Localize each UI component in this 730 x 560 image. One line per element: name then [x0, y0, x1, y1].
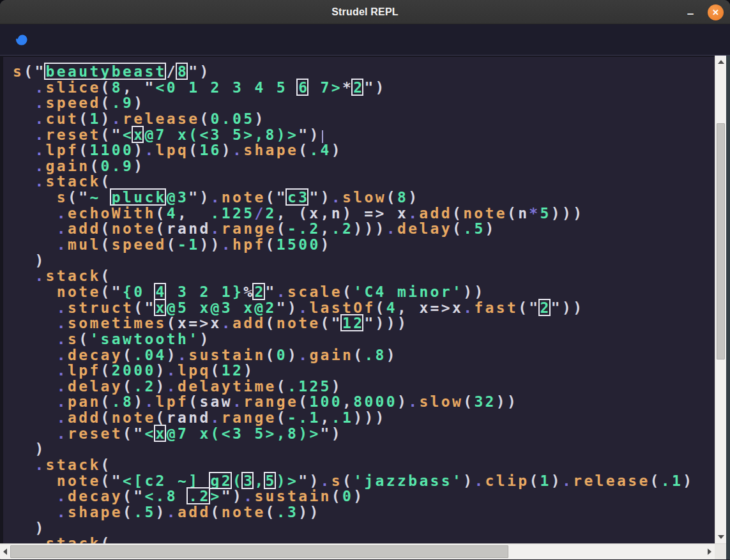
code-token: "))): [364, 315, 408, 331]
code-token: add: [68, 409, 101, 426]
code-token: .: [232, 393, 243, 410]
code-token: sustain: [188, 347, 265, 363]
code-token: (: [101, 393, 112, 410]
code-token: [13, 488, 57, 504]
code-token: (: [199, 110, 210, 127]
code-token: add: [68, 220, 101, 237]
code-token: lpq: [156, 142, 189, 158]
code-token: /: [254, 205, 265, 222]
code-token: add: [178, 504, 211, 520]
code-token: (": [518, 299, 540, 316]
code-token: speed: [112, 236, 167, 253]
code-token: ): [353, 488, 364, 504]
scroll-up-arrow-icon[interactable]: [718, 60, 724, 64]
code-token: (": [321, 315, 342, 331]
scroll-right-arrow-icon[interactable]: [708, 549, 711, 555]
code-token: .8: [364, 347, 386, 363]
code-token: (: [342, 284, 353, 300]
code-token: [13, 205, 57, 222]
code-token: .: [243, 488, 254, 504]
code-token: .: [34, 173, 45, 190]
code-token: )): [463, 284, 485, 300]
code-token: ): [13, 252, 46, 269]
vertical-scrollbar[interactable]: [715, 56, 726, 543]
code-token: stack: [46, 268, 101, 284]
code-token: .: [144, 142, 155, 158]
code-token: (: [331, 488, 342, 504]
minimize-button[interactable]: –: [682, 4, 699, 20]
window-right-frame: [726, 56, 730, 560]
code-token: .: [57, 393, 68, 410]
code-token: (: [101, 79, 112, 96]
active-token-highlight: g2: [211, 473, 232, 489]
code-token: (rand: [156, 220, 211, 237]
code-token: >: [211, 488, 222, 504]
code-token: .: [463, 299, 474, 316]
code-token: ): [101, 110, 112, 127]
code-token: decay: [68, 347, 123, 363]
active-token-highlight: 4: [156, 284, 167, 300]
code-token: .1: [331, 409, 353, 426]
code-token: note: [277, 315, 321, 331]
scroll-left-arrow-icon[interactable]: [3, 549, 7, 555]
code-token: 4: [167, 205, 178, 222]
code-token: "): [188, 63, 210, 80]
code-token: .4: [309, 142, 331, 158]
code-token: (: [452, 205, 463, 222]
vertical-scrollbar-thumb[interactable]: [717, 123, 725, 359]
code-token: (: [266, 315, 277, 331]
code-token: .1: [661, 473, 683, 489]
active-token-highlight: 12: [342, 315, 364, 331]
code-token: "): [222, 488, 243, 504]
code-token: release: [123, 110, 199, 127]
code-token: [13, 220, 57, 237]
code-token: delay: [68, 378, 123, 395]
code-line: note("<[c2 ~] g2(3,5)>").s('jazzbass').c…: [13, 473, 715, 489]
code-token: .: [144, 393, 155, 410]
code-line: .delay(.2).delaytime(.125): [13, 379, 715, 395]
code-token: .: [57, 331, 68, 347]
close-button[interactable]: ✕: [708, 4, 724, 20]
code-token: ): [133, 158, 144, 174]
code-token: .: [57, 362, 68, 379]
code-token: (n: [507, 205, 529, 222]
code-token: .04: [133, 347, 167, 363]
code-token: shape: [243, 142, 298, 158]
horizontal-scrollbar[interactable]: [0, 543, 715, 559]
code-token: note: [57, 473, 101, 489]
code-token: (: [266, 236, 277, 253]
code-token: (": [123, 488, 144, 504]
code-token: .: [211, 220, 222, 237]
code-line: .speed(.9): [13, 95, 715, 111]
code-token: "): [188, 189, 210, 206]
code-token: [13, 457, 34, 473]
code-token: , (x,n) => x: [277, 205, 408, 222]
active-token-highlight: 2: [540, 299, 551, 316]
code-editor[interactable]: s("beautybeast/8") .slice(8, "<0 1 2 3 4…: [0, 56, 715, 543]
code-token: (": [24, 63, 45, 80]
code-token: [13, 535, 34, 543]
code-token: (: [123, 347, 133, 363]
code-line: .decay(.04).sustain(0).gain(.8): [13, 347, 715, 363]
code-token: ): [397, 393, 408, 410]
code-line: s("~ pluck@3").note("c3").slow(8): [13, 190, 715, 206]
code-line: .pan(.8).lpf(saw.range(100,8000).slow(32…: [13, 394, 715, 410]
code-token: (: [101, 535, 112, 543]
code-token: ")): [551, 299, 584, 316]
app-header: [0, 24, 730, 56]
scroll-down-arrow-icon[interactable]: [718, 535, 724, 539]
code-token: <: [144, 425, 155, 442]
code-token: (: [266, 504, 277, 520]
strudel-spiral-logo-icon[interactable]: [13, 31, 31, 49]
code-token: ): [133, 95, 144, 111]
horizontal-scrollbar-thumb[interactable]: [10, 545, 508, 558]
code-token: (rand: [156, 409, 211, 426]
code-token: (: [386, 189, 397, 206]
code-token: ): [683, 473, 694, 489]
code-line: ): [13, 441, 715, 457]
code-token: [13, 425, 57, 442]
code-token: @5 x@3 x@2: [167, 299, 277, 316]
code-token: ,: [178, 205, 211, 222]
code-token: .: [57, 378, 68, 395]
code-token: lpq: [178, 362, 211, 379]
